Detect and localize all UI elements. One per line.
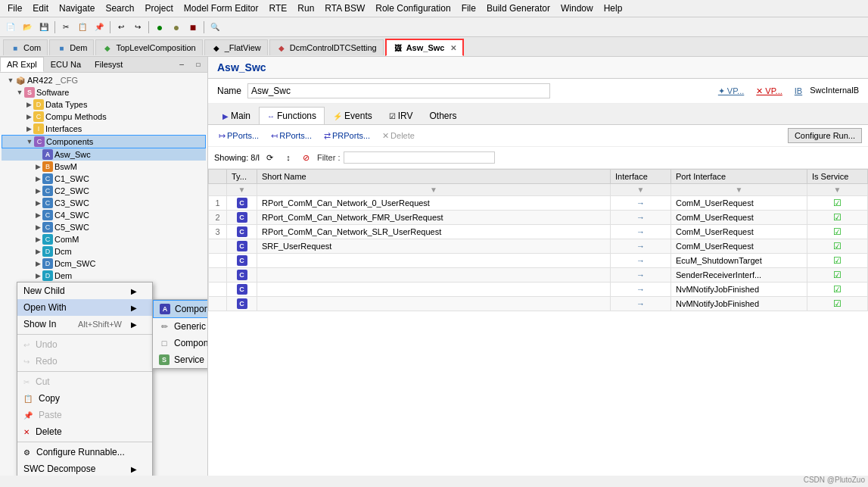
sidebar-tab-ar-expl[interactable]: AR Expl <box>0 57 44 72</box>
dem-arrow[interactable]: ▶ <box>33 272 42 279</box>
software-arrow[interactable]: ▼ <box>15 89 24 96</box>
tree-item-components[interactable]: ▼ C Components <box>2 135 206 148</box>
outer-tab-com[interactable]: ■ Com <box>3 39 48 55</box>
tree-item-data-types[interactable]: ▶ D Data Types <box>2 98 206 111</box>
context-menu-configure-runnable[interactable]: ⚙ Configure Runnable... <box>17 444 152 460</box>
toolbar-debug[interactable]: ● <box>169 20 184 35</box>
col-type[interactable]: Ty... <box>227 170 257 184</box>
interfaces-arrow[interactable]: ▶ <box>24 125 33 133</box>
menu-search[interactable]: Search <box>101 2 138 15</box>
toolbar-search[interactable]: 🔍 <box>207 20 222 35</box>
menu-help[interactable]: Help <box>599 2 627 15</box>
toolbar-paste[interactable]: 📌 <box>92 20 107 35</box>
menu-window[interactable]: Window <box>556 2 598 15</box>
outer-tab-dem[interactable]: ■ Dem <box>49 39 94 55</box>
table-row[interactable]: 2CRPort_ComM_Can_Network_FMR_UserRequest… <box>209 211 868 225</box>
table-row[interactable]: C→EcuM_ShutdownTarget☑ <box>209 254 868 268</box>
col-is-service[interactable]: Is Service <box>807 170 868 184</box>
outer-tab-flatview[interactable]: ◆ _FlatView <box>204 39 268 55</box>
c2swc-arrow[interactable]: ▶ <box>33 187 42 195</box>
menu-run[interactable]: Run <box>293 2 319 15</box>
inner-tab-events[interactable]: ⚡ Events <box>325 107 381 124</box>
filter-sync-btn[interactable]: ↕ <box>281 150 296 165</box>
tree-item-c5swc[interactable]: ▶ C C5_SWC <box>2 221 206 233</box>
asw-swc-tab-close[interactable]: ✕ <box>450 44 456 52</box>
table-row[interactable]: 3CRPort_ComM_Can_Network_SLR_UserRequest… <box>209 225 868 239</box>
toolbar-stop[interactable]: ■ <box>185 20 201 35</box>
tree-item-software[interactable]: ▼ S Software <box>2 86 206 98</box>
filter-input[interactable] <box>344 151 495 164</box>
context-menu-delete[interactable]: ✕ Delete <box>17 423 152 440</box>
pports-btn[interactable]: ↦ PPorts... <box>214 130 263 142</box>
menu-navigate[interactable]: Navigate <box>54 2 99 15</box>
col-interface[interactable]: Interface <box>611 170 671 184</box>
c3swc-arrow[interactable]: ▶ <box>33 199 42 207</box>
name-input[interactable] <box>247 83 550 98</box>
tree-item-interfaces[interactable]: ▶ I Interfaces <box>2 123 206 135</box>
table-row[interactable]: 1CRPort_ComM_Can_Network_0_UserRequest→C… <box>209 196 868 211</box>
c5swc-arrow[interactable]: ▶ <box>33 223 42 231</box>
outer-tab-asw-swc[interactable]: 🖼 Asw_Swc ✕ <box>385 39 465 56</box>
filter-refresh-btn[interactable]: ⟳ <box>263 150 278 165</box>
submenu-component-overview[interactable]: □ Component Overview <box>153 335 207 351</box>
toolbar-run[interactable]: ● <box>152 20 167 35</box>
table-row[interactable]: C→NvMNotifyJobFinished☑ <box>209 283 868 297</box>
sidebar-maximize[interactable]: □ <box>191 57 206 72</box>
toolbar-undo[interactable]: ↩ <box>114 20 129 35</box>
table-row[interactable]: C→SenderReceiverInterf...☑ <box>209 268 868 283</box>
tree-item-c3swc[interactable]: ▶ C C3_SWC <box>2 197 206 209</box>
submenu-component-editor[interactable]: A Component Editor <box>153 300 207 318</box>
menu-rta-bsw[interactable]: RTA BSW <box>320 2 369 15</box>
table-row[interactable]: C→NvMNotifyJobFinished☑ <box>209 297 868 311</box>
vp-plus-btn[interactable]: ✦ VP... <box>714 86 748 97</box>
menu-file2[interactable]: File <box>457 2 481 15</box>
compu-arrow[interactable]: ▶ <box>24 113 33 120</box>
sidebar-minimize[interactable]: ─ <box>174 57 189 72</box>
ib-btn[interactable]: IB <box>790 86 807 97</box>
configure-run-btn[interactable]: Configure Run... <box>788 128 862 143</box>
tree-item-dcm-swc[interactable]: ▶ D Dcm_SWC <box>2 258 206 270</box>
table-row[interactable]: CSRF_UserRequest→ComM_UserRequest☑ <box>209 239 868 254</box>
ar422-arrow[interactable]: ▼ <box>6 76 15 84</box>
prports-btn[interactable]: ⇄ PRPorts... <box>319 130 375 142</box>
datatypes-arrow[interactable]: ▶ <box>24 101 33 108</box>
tree-item-c2swc[interactable]: ▶ C C2_SWC <box>2 185 206 197</box>
toolbar-copy[interactable]: 📋 <box>75 20 90 35</box>
menu-model-form-editor[interactable]: Model Form Editor <box>179 2 263 15</box>
toolbar-redo[interactable]: ↪ <box>130 20 145 35</box>
dcm-arrow[interactable]: ▶ <box>33 248 42 255</box>
bswm-arrow[interactable]: ▶ <box>33 163 42 170</box>
context-menu-copy[interactable]: 📋 Copy <box>17 390 152 407</box>
dcm-swc-arrow[interactable]: ▶ <box>33 260 42 267</box>
c4swc-arrow[interactable]: ▶ <box>33 211 42 219</box>
sidebar-tab-filesyst[interactable]: Filesyst <box>88 57 129 72</box>
menu-project[interactable]: Project <box>140 2 177 15</box>
context-menu-show-in[interactable]: Show In Alt+Shift+W ▶ <box>17 316 152 332</box>
context-menu-swc-decompose[interactable]: SWC Decompose ▶ <box>17 460 152 476</box>
inner-tab-functions[interactable]: ↔ Functions <box>259 107 325 124</box>
submenu-service-needs-editor[interactable]: S Service Needs Editor <box>153 351 207 368</box>
tree-item-c1swc[interactable]: ▶ C C1_SWC <box>2 173 206 185</box>
outer-tab-dcm[interactable]: ◆ DcmControlDTCSetting <box>269 39 384 55</box>
vp-minus-btn[interactable]: ✕ VP... <box>751 86 786 97</box>
menu-file[interactable]: File <box>3 2 26 15</box>
col-port-interface[interactable]: Port Interface <box>671 170 807 184</box>
menu-rte[interactable]: RTE <box>265 2 292 15</box>
toolbar-cut[interactable]: ✂ <box>58 20 73 35</box>
inner-tab-irv[interactable]: ☑ IRV <box>381 107 422 124</box>
tree-item-dem[interactable]: ▶ D Dem <box>2 270 206 282</box>
menu-build-generator[interactable]: Build Generator <box>482 2 555 15</box>
tree-item-compu-methods[interactable]: ▶ C Compu Methods <box>2 111 206 123</box>
tree-item-c4swc[interactable]: ▶ C C4_SWC <box>2 209 206 221</box>
context-menu-open-with[interactable]: Open With ▶ A Component Editor ✏ Generic… <box>17 299 152 316</box>
col-shortname[interactable]: Short Name <box>257 170 611 184</box>
inner-tab-main[interactable]: ▶ Main <box>214 107 259 124</box>
tree-item-bswm[interactable]: ▶ B BswM <box>2 161 206 173</box>
delete-port-btn[interactable]: ✕ Delete <box>378 130 419 142</box>
toolbar-new[interactable]: 📄 <box>3 20 18 35</box>
filter-clear-btn[interactable]: ⊘ <box>299 150 314 165</box>
rports-btn[interactable]: ↤ RPorts... <box>266 130 316 142</box>
submenu-generic-editor[interactable]: ✏ Generic Editor <box>153 318 207 335</box>
context-menu-new-child[interactable]: New Child ▶ <box>17 283 152 299</box>
tree-item-asw-swc[interactable]: A Asw_Swc <box>2 148 206 161</box>
